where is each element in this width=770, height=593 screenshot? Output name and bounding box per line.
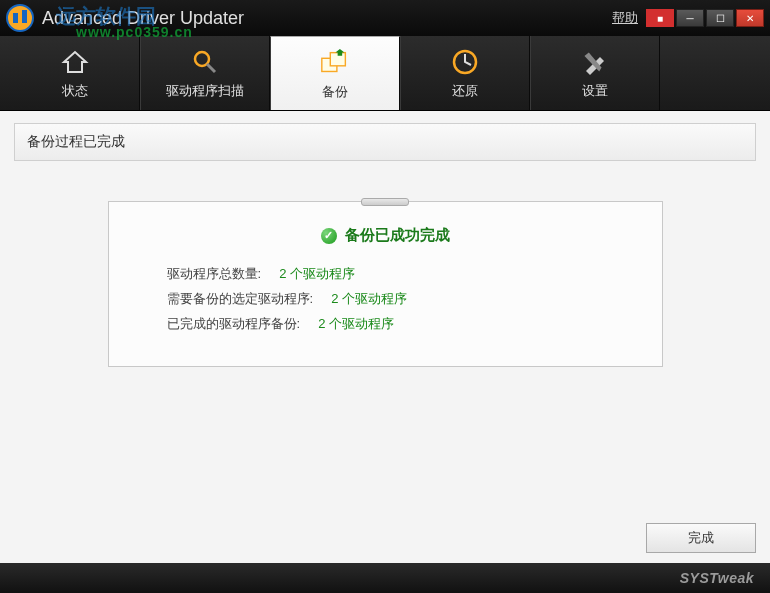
tab-restore[interactable]: 还原 [400, 36, 530, 110]
panel-handle [361, 198, 409, 206]
done-button[interactable]: 完成 [646, 523, 756, 553]
summary-row: 需要备份的选定驱动程序: 2 个驱动程序 [167, 290, 632, 308]
row-value: 2 个驱动程序 [331, 290, 407, 308]
brand-footer: SYSTweak [0, 563, 770, 593]
tab-bar: 状态 驱动程序扫描 备份 还原 设置 [0, 36, 770, 111]
tab-status[interactable]: 状态 [10, 36, 140, 110]
tab-settings[interactable]: 设置 [530, 36, 660, 110]
tab-backup[interactable]: 备份 [270, 36, 400, 110]
svg-rect-1 [13, 13, 18, 23]
magnify-icon [189, 46, 221, 78]
flag-icon[interactable]: ■ [646, 9, 674, 27]
tab-label: 驱动程序扫描 [166, 82, 244, 100]
summary-row: 驱动程序总数量: 2 个驱动程序 [167, 265, 632, 283]
app-icon [6, 4, 34, 32]
check-icon: ✓ [321, 228, 337, 244]
maximize-button[interactable]: ☐ [706, 9, 734, 27]
panel-container: ✓ 备份已成功完成 驱动程序总数量: 2 个驱动程序 需要备份的选定驱动程序: … [14, 161, 756, 515]
close-button[interactable]: ✕ [736, 9, 764, 27]
footer-actions: 完成 [14, 515, 756, 553]
titlebar: Advanced Driver Updater 帮助 ■ ─ ☐ ✕ [0, 0, 770, 36]
tab-label: 备份 [322, 83, 348, 101]
row-label: 已完成的驱动程序备份: [167, 315, 301, 333]
tab-scan[interactable]: 驱动程序扫描 [140, 36, 270, 110]
content-area: 备份过程已完成 ✓ 备份已成功完成 驱动程序总数量: 2 个驱动程序 需要备份的… [0, 111, 770, 563]
result-panel: ✓ 备份已成功完成 驱动程序总数量: 2 个驱动程序 需要备份的选定驱动程序: … [108, 201, 663, 367]
row-value: 2 个驱动程序 [318, 315, 394, 333]
app-title: Advanced Driver Updater [42, 8, 612, 29]
backup-icon [319, 47, 351, 79]
home-icon [59, 46, 91, 78]
window-controls: ■ ─ ☐ ✕ [646, 9, 764, 27]
svg-line-4 [207, 64, 215, 72]
panel-title-text: 备份已成功完成 [345, 226, 450, 245]
row-label: 需要备份的选定驱动程序: [167, 290, 314, 308]
restore-icon [449, 46, 481, 78]
svg-point-3 [195, 52, 209, 66]
summary-row: 已完成的驱动程序备份: 2 个驱动程序 [167, 315, 632, 333]
panel-title: ✓ 备份已成功完成 [139, 226, 632, 245]
svg-rect-2 [22, 10, 27, 23]
tools-icon [579, 46, 611, 78]
minimize-button[interactable]: ─ [676, 9, 704, 27]
row-value: 2 个驱动程序 [279, 265, 355, 283]
brand-text: SYSTweak [680, 570, 754, 586]
tab-label: 还原 [452, 82, 478, 100]
svg-point-0 [7, 5, 33, 31]
status-message: 备份过程已完成 [14, 123, 756, 161]
tab-label: 设置 [582, 82, 608, 100]
row-label: 驱动程序总数量: [167, 265, 262, 283]
help-link[interactable]: 帮助 [612, 9, 638, 27]
tab-label: 状态 [62, 82, 88, 100]
